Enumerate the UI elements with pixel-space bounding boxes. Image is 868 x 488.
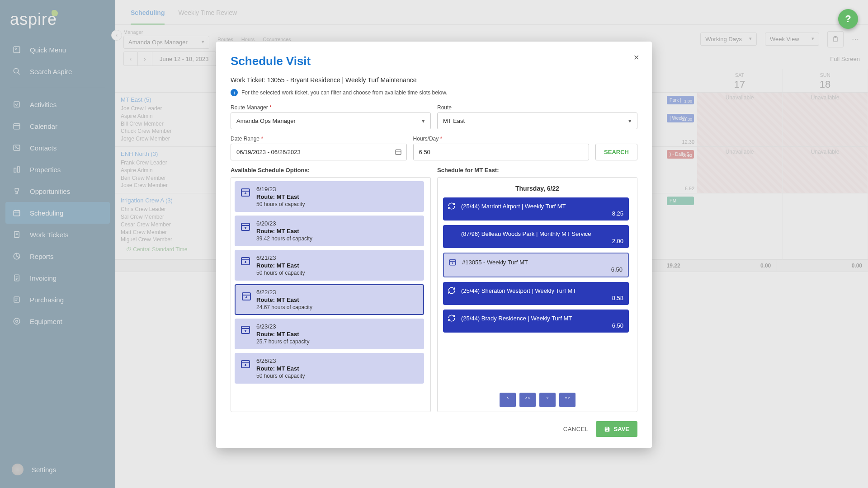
field-label: Hours/Day xyxy=(413,136,439,142)
close-button[interactable]: ✕ xyxy=(633,53,639,62)
date-range-field: Date Range * 06/19/2023 - 06/26/2023 xyxy=(231,136,407,160)
visit-text: (25/44) Marriott Airport | Weekly Turf M… xyxy=(461,203,566,210)
visit-hours: 8.25 xyxy=(612,210,623,217)
visit-hours: 6.50 xyxy=(611,266,623,273)
info-row: i For the selected work ticket, you can … xyxy=(231,89,637,96)
calendar-add-icon xyxy=(240,324,251,335)
visit-text: (25/44) Brady Residence | Weekly Turf MT xyxy=(461,315,572,322)
slot-option[interactable]: 6/21/23Route: MT East50 hours of capacit… xyxy=(235,250,424,281)
recur-icon xyxy=(448,314,456,322)
move-bottom-button[interactable]: ˅˅ xyxy=(559,393,576,407)
visit-item[interactable]: (87/96) Belleau Woods Park | Monthly MT … xyxy=(443,225,629,248)
slot-option[interactable]: 6/19/23Route: MT East50 hours of capacit… xyxy=(235,181,424,212)
visit-hours: 8.58 xyxy=(612,295,623,301)
modal-title: Schedule Visit xyxy=(231,54,637,68)
schedule-for-header: Schedule for MT East: xyxy=(437,167,637,174)
calendar-add-icon xyxy=(240,255,251,266)
reorder-buttons: ˄ ˄˄ ˅ ˅˅ xyxy=(441,388,633,408)
save-icon xyxy=(604,426,610,432)
cancel-button[interactable]: CANCEL xyxy=(563,426,589,432)
recur-icon xyxy=(448,286,456,295)
move-down-button[interactable]: ˅ xyxy=(539,393,556,407)
date-range-input[interactable]: 06/19/2023 - 06/26/2023 xyxy=(231,144,407,160)
schedule-visit-modal: ✕ Schedule Visit Work Ticket: 13055 - Br… xyxy=(216,42,652,448)
calendar-add-icon xyxy=(240,187,251,197)
slots-scroll[interactable]: 6/19/23Route: MT East50 hours of capacit… xyxy=(235,181,427,408)
move-top-button[interactable]: ˄˄ xyxy=(519,393,536,407)
hours-day-input[interactable]: 6.50 xyxy=(413,144,590,160)
field-label: Route xyxy=(437,104,637,111)
calendar-add-icon xyxy=(240,358,251,369)
visit-text: #13055 - Weekly Turf MT xyxy=(462,259,528,266)
slot-option[interactable]: 6/23/23Route: MT East25.7 hours of capac… xyxy=(235,319,424,349)
calendar-add-icon xyxy=(448,258,457,266)
visit-item[interactable]: (25/44) Sheraton Westport | Weekly Turf … xyxy=(443,282,629,305)
slot-option-selected[interactable]: 6/22/23Route: MT East24.67 hours of capa… xyxy=(235,284,424,315)
move-up-button[interactable]: ˄ xyxy=(500,393,516,407)
visits-scroll[interactable]: (25/44) Marriott Airport | Weekly Turf M… xyxy=(441,197,633,388)
calendar-add-icon xyxy=(240,221,251,232)
modal-overlay: ✕ Schedule Visit Work Ticket: 13055 - Br… xyxy=(0,0,868,488)
visit-hours: 2.00 xyxy=(612,238,623,244)
calendar-add-icon xyxy=(241,291,252,301)
search-button[interactable]: SEARCH xyxy=(595,144,637,160)
visit-hours: 6.50 xyxy=(612,322,623,329)
available-options-header: Available Schedule Options: xyxy=(231,167,431,174)
schedule-box: Thursday, 6/22 (25/44) Marriott Airport … xyxy=(437,177,637,412)
recur-icon xyxy=(448,202,456,210)
visit-item-new[interactable]: #13055 - Weekly Turf MT6.50 xyxy=(443,253,629,277)
route-manager-select[interactable]: Amanda Ops Manager xyxy=(231,113,431,129)
modal-actions: CANCEL SAVE xyxy=(231,421,637,437)
field-label: Route Manager xyxy=(231,104,268,111)
available-slots-box: 6/19/23Route: MT East50 hours of capacit… xyxy=(231,177,431,412)
route-field: Route MT East xyxy=(437,104,637,129)
calendar-icon xyxy=(395,148,402,155)
visit-text: (87/96) Belleau Woods Park | Monthly MT … xyxy=(461,230,591,237)
hours-day-field: Hours/Day * 6.50 xyxy=(413,136,590,160)
visit-item[interactable]: (25/44) Marriott Airport | Weekly Turf M… xyxy=(443,197,629,221)
route-manager-field: Route Manager * Amanda Ops Manager xyxy=(231,104,431,129)
help-button[interactable]: ? xyxy=(838,9,858,29)
save-button[interactable]: SAVE xyxy=(596,421,637,437)
svg-rect-26 xyxy=(396,150,401,155)
visit-item[interactable]: (25/44) Brady Residence | Weekly Turf MT… xyxy=(443,310,629,333)
route-select[interactable]: MT East xyxy=(437,113,637,129)
info-text: For the selected work ticket, you can fi… xyxy=(241,89,448,96)
slot-option[interactable]: 6/20/23Route: MT East39.42 hours of capa… xyxy=(235,216,424,246)
field-label: Date Range xyxy=(231,136,259,142)
slot-option[interactable]: 6/26/23Route: MT East50 hours of capacit… xyxy=(235,353,424,384)
save-label: SAVE xyxy=(614,426,629,432)
visit-text: (25/44) Sheraton Westport | Weekly Turf … xyxy=(461,287,576,294)
work-ticket-line: Work Ticket: 13055 - Bryant Residence | … xyxy=(231,76,637,84)
info-icon: i xyxy=(231,89,238,96)
schedule-day-header: Thursday, 6/22 xyxy=(441,181,633,197)
